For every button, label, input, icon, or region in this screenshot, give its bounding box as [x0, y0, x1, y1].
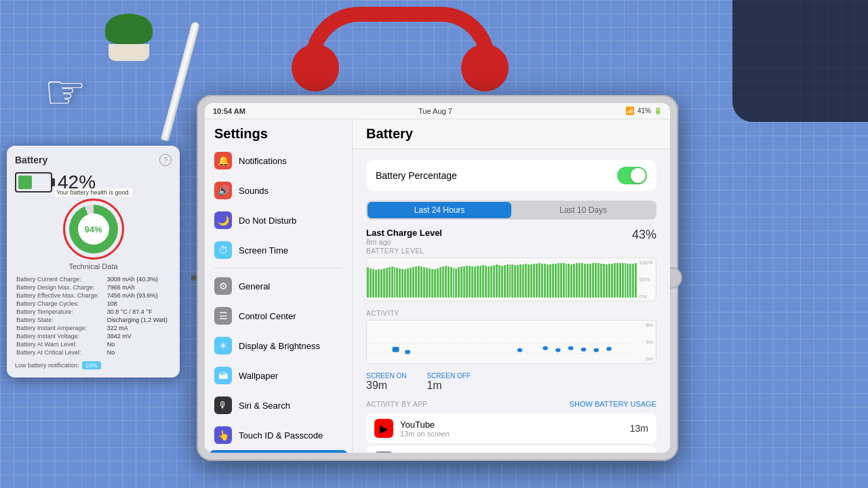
battery-bar	[477, 266, 479, 298]
battery-bar	[375, 270, 377, 298]
sidebar-item-general[interactable]: ⚙ General	[205, 271, 352, 301]
battery-bar	[378, 269, 380, 298]
sidebar-item-sounds[interactable]: 🔊 Sounds	[205, 176, 352, 205]
battery-bar	[493, 265, 495, 298]
battery-bar	[622, 263, 624, 298]
status-date: Tue Aug 7	[418, 107, 452, 115]
battery-bar	[418, 266, 420, 298]
sidebar-label-donotdisturb: Do Not Disturb	[239, 216, 296, 226]
activity-y-labels: 8m 3m 0m	[646, 321, 653, 363]
sidebar-item-touchid[interactable]: 👆 Touch ID & Passcode	[205, 420, 352, 450]
battery-help-icon[interactable]: ?	[159, 154, 172, 166]
low-batt-pct: 10%	[82, 361, 101, 369]
activity-by-app-header: ACTIVITY BY APP SHOW BATTERY USAGE	[366, 400, 656, 408]
tech-data-table: Battery Current Charge:3008 mAh (40.3%) …	[15, 274, 172, 357]
health-label: Your battery health is good.	[54, 188, 132, 197]
battery-level-label: BATTERY LEVEL	[366, 247, 656, 255]
sidebar-item-screentime[interactable]: ⏱ Screen Time	[205, 235, 352, 265]
activity-chart: 8m 3m 0m	[366, 320, 656, 364]
sidebar-label-screentime: Screen Time	[239, 245, 288, 256]
battery-bar	[566, 264, 568, 298]
battery-bar	[597, 263, 599, 298]
battery-bar	[474, 266, 476, 298]
activity-svg	[367, 321, 656, 363]
battery-bar	[380, 269, 382, 298]
battery-bar	[410, 268, 412, 298]
sidebar-item-controlcenter[interactable]: ☰ Control Center	[205, 301, 352, 331]
battery-bar	[463, 266, 465, 298]
battery-bar	[603, 264, 605, 298]
battery-bar	[439, 267, 441, 298]
sidebar-item-battery[interactable]: 🔋 Battery	[209, 450, 348, 453]
sidebar-title: Settings	[205, 119, 352, 146]
activity-label: ACTIVITY	[366, 310, 656, 317]
battery-bar	[466, 266, 468, 298]
screen-on-item: Screen On 39m	[366, 372, 406, 392]
svg-point-4	[517, 348, 523, 352]
sidebar-item-notifications[interactable]: 🔔 Notifications	[205, 146, 352, 176]
tab-10days[interactable]: Last 10 Days	[511, 202, 655, 218]
battery-bar	[391, 266, 393, 298]
battery-bar	[611, 264, 613, 298]
sidebar-item-wallpaper[interactable]: 🏔 Wallpaper	[205, 361, 352, 390]
battery-bar	[625, 263, 627, 298]
battery-bar	[401, 269, 403, 298]
battery-bar	[431, 269, 433, 298]
show-battery-usage-btn[interactable]: SHOW BATTERY USAGE	[570, 400, 656, 408]
youtube-sub: 13m on screen	[400, 430, 623, 438]
sidebar-label-touchid: Touch ID & Passcode	[239, 430, 323, 441]
battery-bar	[455, 268, 457, 298]
battery-percentage-toggle[interactable]	[617, 167, 647, 184]
cursor-hand-icon: ☞	[44, 64, 87, 120]
main-title: Battery	[353, 119, 670, 149]
screen-off-value: 1m	[427, 380, 470, 392]
battery-bar	[560, 263, 562, 298]
health-circle-container: Your battery health is good. 94%	[15, 199, 172, 260]
battery-bar	[423, 267, 425, 298]
homelock-info: Home & Lock Screen 19m on screen	[400, 452, 623, 453]
battery-overlay-panel: Battery ? 42% Your battery health is goo…	[7, 146, 180, 378]
youtube-icon: ▶	[374, 419, 393, 438]
battery-bar	[587, 264, 589, 298]
sidebar-label-sounds: Sounds	[239, 186, 269, 196]
screen-usage-row: Screen On 39m Screen Off 1m	[366, 372, 656, 392]
general-icon: ⚙	[214, 277, 232, 295]
homelock-icon: 🏠	[374, 451, 393, 453]
sidebar-item-donotdisturb[interactable]: 🌙 Do Not Disturb	[205, 205, 352, 235]
battery-bar	[514, 265, 516, 298]
battery-bar	[448, 266, 450, 298]
tab-24hours[interactable]: Last 24 Hours	[368, 202, 511, 218]
battery-bar	[544, 264, 546, 298]
sidebar-label-wallpaper: Wallpaper	[239, 371, 278, 381]
battery-bar	[606, 264, 608, 298]
ipad-dot-indicator	[191, 275, 197, 281]
svg-rect-0	[393, 347, 399, 352]
screen-on-value: 39m	[366, 380, 406, 392]
battery-bar	[627, 264, 629, 298]
battery-bar	[549, 264, 551, 298]
battery-bar	[453, 268, 455, 298]
battery-icon	[15, 172, 52, 192]
notifications-icon: 🔔	[214, 152, 232, 169]
sidebar-label-notifications: Notifications	[239, 156, 287, 166]
svg-point-6	[555, 348, 561, 352]
ipad-screen: 10:54 AM Tue Aug 7 📶 41% 🔋 Settings 🔔 No…	[205, 103, 670, 453]
battery-bar	[504, 265, 506, 298]
activity-by-app-title: ACTIVITY BY APP	[366, 401, 428, 408]
battery-bar	[632, 264, 634, 298]
battery-bar	[396, 268, 398, 298]
battery-bar	[469, 266, 471, 298]
activity-chart-section: ACTIVITY 8m 3m 0m	[366, 310, 656, 364]
battery-bar	[383, 268, 385, 298]
sidebar-label-controlcenter: Control Center	[239, 311, 296, 321]
sidebar-item-sirisearch[interactable]: 🎙 Siri & Search	[205, 390, 352, 420]
battery-bar	[619, 263, 621, 298]
battery-bar	[541, 264, 543, 298]
battery-bar	[509, 264, 511, 298]
sidebar-item-displaybrightness[interactable]: ☀ Display & Brightness	[205, 331, 352, 361]
pencil-decor	[161, 22, 200, 142]
battery-bars	[367, 262, 637, 298]
siri-icon: 🎙	[214, 396, 232, 414]
last-charge-row: Last Charge Level 8m ago 43%	[366, 228, 656, 246]
battery-bar	[595, 263, 597, 298]
